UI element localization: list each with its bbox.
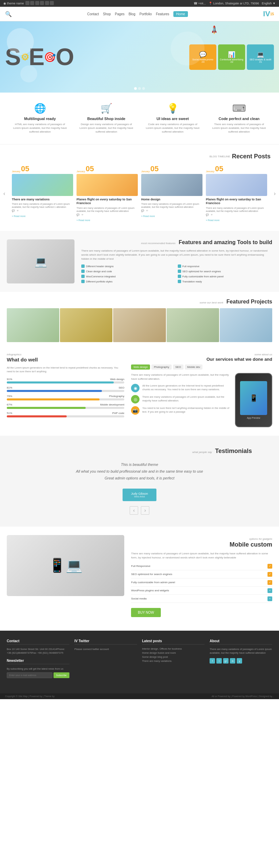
footer-yt-icon[interactable]: y xyxy=(237,658,242,664)
hero-card-advertising[interactable]: 📊 Contextual advertising .02 xyxy=(218,44,245,70)
hero-dot-1[interactable] xyxy=(134,87,137,90)
nav-home[interactable]: Home xyxy=(173,11,188,17)
testimonial-prev-button[interactable]: ‹ xyxy=(130,506,138,515)
social-icon-tw[interactable] xyxy=(30,1,34,5)
post-card-2: January 05 Planes flight on every saturd… xyxy=(77,165,138,223)
post-2-image xyxy=(77,174,138,196)
recent-posts-section: blog timeline Recent Posts ‹ January 05 … xyxy=(0,144,279,231)
services-item-3-icon: 📷 xyxy=(131,406,140,415)
footer-li-icon[interactable]: in xyxy=(230,658,235,664)
footer-contact-col: Contact Box 10 140 Some Street Str. Unit… xyxy=(7,639,69,678)
services-right-header: some about us Our services what we done … xyxy=(131,351,272,362)
mobile-image-side: 📱💻 xyxy=(7,535,124,622)
tools-check-5 xyxy=(81,275,85,278)
mobile-feature-seo-icon: ✓ xyxy=(267,572,272,577)
feature-multilingual: 🌐 Multilingual ready HTML are many varia… xyxy=(13,103,67,134)
footer-tw-icon[interactable]: t xyxy=(216,658,222,664)
project-2[interactable] xyxy=(60,308,112,342)
services-phone-mock: 📱 App Preview xyxy=(235,373,272,427)
testimonial-line3: Great admin options and tools, it is per… xyxy=(27,475,252,482)
progress-php-bar xyxy=(7,415,67,417)
search-icon[interactable]: 🔍 xyxy=(5,11,12,17)
nav-shop[interactable]: Shop xyxy=(103,12,111,16)
mobile-label: options for gadgets xyxy=(249,537,272,540)
hero-dot-3[interactable] xyxy=(142,87,145,90)
tools-feature-6: Fully customizable from admin panel xyxy=(178,275,273,278)
post-3-readmore[interactable]: » Read more xyxy=(141,215,155,217)
hero-dot-2[interactable] xyxy=(138,87,141,90)
project-3[interactable] xyxy=(113,308,166,342)
posts-next-button[interactable]: › xyxy=(274,191,276,197)
post-1-readmore[interactable]: » Read more xyxy=(12,215,25,217)
posts-prev-button[interactable]: ‹ xyxy=(3,191,5,197)
progress-seo: 81% SEO xyxy=(7,386,124,392)
footer-fb-icon[interactable]: f xyxy=(210,658,215,664)
social-icon-gp[interactable] xyxy=(35,1,39,5)
tools-feature-4: SEO optimized for search engines xyxy=(178,270,273,273)
post-2-title: Planes flight on every saturday to San F… xyxy=(77,198,138,205)
project-4[interactable] xyxy=(167,308,219,342)
social-icon-rss[interactable] xyxy=(50,1,54,5)
tools-section: 💻 most recommended features Features and… xyxy=(0,231,279,292)
newsletter-subscribe-button[interactable]: Subscribe xyxy=(53,672,69,678)
hero-slider-dots xyxy=(134,87,145,90)
tools-check-3 xyxy=(81,270,85,273)
recent-posts-title: Recent Posts xyxy=(232,153,271,160)
nav-blog[interactable]: Blog xyxy=(129,12,135,16)
tools-check-2 xyxy=(178,264,181,268)
mobile-title: Mobile custom xyxy=(131,541,272,548)
post-2-readmore[interactable]: » Read more xyxy=(77,219,90,221)
services-left-desc: All the Lorem ipsum generators on the In… xyxy=(7,366,124,374)
nav-features[interactable]: Features xyxy=(156,12,169,16)
tools-feature-2: Full responsive xyxy=(178,264,273,268)
tools-title: Features and amazing Tools to build xyxy=(179,239,272,245)
tab-webdesign[interactable]: Web design xyxy=(131,364,150,370)
top-bar-left: ◉ theme name xyxy=(3,1,54,6)
buy-now-button[interactable]: BUY NOW xyxy=(131,608,161,617)
nav-portfolio[interactable]: Portfolio xyxy=(140,12,152,16)
project-1[interactable] xyxy=(7,308,59,342)
tab-seo[interactable]: SEO xyxy=(173,364,184,370)
services-item-1-icon: ◉ xyxy=(131,384,140,392)
services-left: infographics What do well All the Lorem … xyxy=(7,351,124,427)
tab-mobile[interactable]: Mobile dev xyxy=(185,364,203,370)
mobile-feature-plugins-label: WordPress plugins and widgets xyxy=(131,589,169,592)
post-3-image xyxy=(141,174,202,196)
feature-multilingual-desc: HTML are many variations of passages of … xyxy=(13,122,67,134)
logo-iv: IV xyxy=(263,9,270,18)
footer-post-link-1[interactable]: Interior design. Offices for business xyxy=(142,647,205,650)
progress-mobile-bar xyxy=(7,407,86,409)
footer-post-link-4[interactable]: There are many variations. xyxy=(142,659,205,663)
footer-gp-icon[interactable]: g+ xyxy=(223,658,229,664)
social-icon-fb[interactable] xyxy=(25,1,29,5)
services-item-3: 📷 You need to be sure there isn't anythi… xyxy=(131,406,232,415)
tab-photography[interactable]: Photography xyxy=(151,364,171,370)
testimonial-next-button[interactable]: › xyxy=(141,506,149,515)
top-bar-lang[interactable]: English ▼ xyxy=(262,2,276,5)
copyright-text: Copyright © Site Map | Powered by | Them… xyxy=(5,695,55,697)
hero-card-advertising-icon: 📊 xyxy=(228,51,235,58)
post-4-readmore[interactable]: » Read more xyxy=(206,219,219,221)
testimonial-author-button[interactable]: Judy Gibson Web Artist xyxy=(123,489,156,501)
phone-screen: 📱 xyxy=(240,381,267,415)
footer-post-link-2[interactable]: Home design fusion and room xyxy=(142,651,205,654)
newsletter-email-input[interactable] xyxy=(7,672,52,678)
post-card-4: January 05 Planes flight on every saturd… xyxy=(206,165,267,223)
hero-card-seo[interactable]: 💻 SEO analytic & audit .01 xyxy=(247,44,274,70)
hero-banner: S ⚙ E 🎯 O 🚀 💬 Social media promo .03 📊 C… xyxy=(0,21,279,93)
shop-icon: 🛒 xyxy=(79,103,133,114)
services-item-1: ◉ All the Lorem ipsum generators on the … xyxy=(131,384,232,392)
social-icon-li[interactable] xyxy=(40,1,44,5)
social-icon-yt[interactable] xyxy=(45,1,49,5)
nav-pages[interactable]: Pages xyxy=(115,12,124,16)
footer-post-link-3[interactable]: Some design blog post xyxy=(142,655,205,658)
testimonial-line1: This is beautiful theme xyxy=(27,461,252,468)
mobile-feature-responsive-icon: ✓ xyxy=(267,564,272,569)
navbar: 🔍 Contact Shop Pages Blog Portfolio Feat… xyxy=(0,7,279,21)
nav-contact[interactable]: Contact xyxy=(87,12,99,16)
mobile-feature-responsive-label: Full Responsive xyxy=(131,565,150,568)
project-5[interactable] xyxy=(220,308,272,342)
footer-posts-title: Latest posts xyxy=(142,639,205,645)
recent-posts-label: blog timeline xyxy=(210,155,230,158)
hero-circle-2 xyxy=(20,65,37,82)
